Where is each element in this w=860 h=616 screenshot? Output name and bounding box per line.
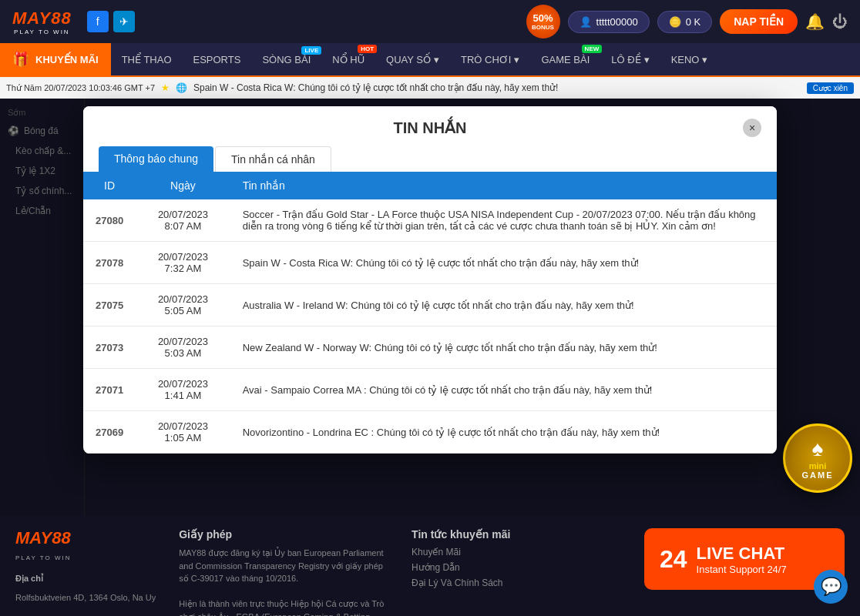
logout-icon[interactable]: ⏻	[832, 13, 848, 31]
gift-icon: 🎁	[12, 51, 29, 68]
nav-lo-de-label: LÔ ĐỀ	[611, 54, 640, 65]
ticker-date: Thứ Năm 20/07/2023 10:03:46 GMT +7	[6, 83, 155, 93]
nav-no-hu-label: NỔ HŨ	[332, 54, 364, 65]
bonus-percent: 50%	[533, 12, 553, 24]
nav-game-bai[interactable]: GAME BÀI NEW	[530, 43, 600, 75]
nav-tro-choi-label: TRÒ CHƠI	[461, 54, 511, 65]
table-row: 27075 20/07/2023 5:05 AM Australia W - I…	[83, 284, 777, 326]
row-id: 27071	[83, 369, 136, 411]
table-header: ID Ngày Tin nhắn	[83, 172, 777, 199]
chat-bubble-icon: 💬	[821, 577, 842, 597]
user-button[interactable]: 👤 ttttt00000	[568, 11, 650, 33]
footer-license-text: MAY88 được đăng ký tại Ủy ban European P…	[179, 547, 388, 616]
logo-text: MAY88	[12, 8, 72, 28]
username: ttttt00000	[596, 16, 638, 28]
footer: MAY88 PLAY TO WIN Địa chỉ Rolfsbuktveien…	[0, 516, 860, 616]
footer-logo: MAY88 PLAY TO WIN Địa chỉ Rolfsbuktveien…	[15, 528, 156, 602]
tin-nhan-modal: TIN NHẮN × Thông báo chung Tin nhắn cá n…	[83, 106, 777, 454]
logo: MAY88 PLAY TO WIN	[12, 8, 72, 35]
facebook-icon[interactable]: f	[87, 11, 109, 32]
nav-gift[interactable]: 🎁 KHUYẾN MÃI	[0, 43, 111, 75]
footer-license-section: Giấy phép MAY88 được đăng ký tại Ủy ban …	[179, 528, 388, 616]
nav-esports-label: ESPORTS	[193, 54, 241, 65]
nav-game-bai-badge: NEW	[582, 45, 603, 53]
row-date: 20/07/2023 7:32 AM	[136, 242, 230, 284]
modal-title: TIN NHẮN	[117, 119, 743, 137]
balance: 0 K	[686, 16, 701, 28]
row-message: Soccer - Trận đấu Gold Star - LA Force t…	[230, 199, 777, 242]
tab-thong-bao-chung[interactable]: Thông báo chung	[99, 146, 213, 172]
footer-license-title: Giấy phép	[179, 528, 388, 541]
row-id: 27075	[83, 284, 136, 326]
minigame-label: mini	[809, 461, 827, 470]
ticker-bar: Thứ Năm 20/07/2023 10:03:46 GMT +7 ★ 🌐 S…	[0, 77, 860, 99]
modal-close-button[interactable]: ×	[743, 119, 761, 137]
ticker-text: Spain W - Costa Rica W: Chúng tôi có tỷ …	[193, 82, 801, 93]
main-area: Sớm ⚽ Bóng đá Kèo chấp &... Tỷ lệ 1X2 Tỷ…	[0, 99, 860, 516]
bonus-badge[interactable]: 50% BONUS	[526, 5, 560, 38]
nav-no-hu[interactable]: NỔ HŨ HOT	[321, 43, 375, 75]
nav-tro-choi-arrow: ▾	[514, 54, 519, 65]
row-date: 20/07/2023 1:05 AM	[136, 411, 230, 454]
nav-esports[interactable]: ESPORTS	[183, 43, 252, 75]
bonus-sub: BONUS	[532, 24, 554, 31]
row-id: 27078	[83, 242, 136, 284]
row-id: 27073	[83, 326, 136, 369]
balance-button[interactable]: 🪙 0 K	[657, 11, 713, 33]
col-tin-nhan: Tin nhắn	[230, 172, 777, 199]
nav-lo-de[interactable]: LÔ ĐỀ ▾	[600, 43, 660, 75]
minigame-badge[interactable]: ♠ mini GAME	[783, 424, 852, 493]
nap-tien-button[interactable]: NAP TIỀN	[720, 9, 798, 34]
footer-logo-text: MAY88	[15, 528, 71, 548]
nav-no-hu-badge: HOT	[358, 45, 377, 53]
nav-game-bai-label: GAME BÀI	[541, 54, 590, 65]
col-ngay: Ngày	[136, 172, 230, 199]
ticker-star-icon: ★	[161, 82, 170, 93]
ticker-cuoc-xien-btn[interactable]: Cược xiên	[807, 82, 854, 94]
footer-address-value: Rolfsbuktveien 4D, 1364 Oslo, Na Uy	[15, 593, 156, 602]
nav-quay-so[interactable]: QUAY SỐ ▾	[375, 43, 450, 75]
footer-news-section: Tin tức khuyến mãi Khuyến Mãi Hướng Dẫn …	[412, 528, 621, 588]
footer-link-dai-ly[interactable]: Đại Lý Và Chính Sách	[412, 578, 621, 588]
telegram-icon[interactable]: ✈	[113, 11, 135, 32]
coin-icon: 🪙	[669, 16, 681, 28]
footer-address-label: Địa chỉ	[15, 574, 43, 584]
footer-link-khuyen-mai[interactable]: Khuyến Mãi	[412, 547, 621, 557]
tab-tin-nhan-ca-nhan[interactable]: Tin nhắn cá nhân	[215, 146, 331, 172]
globe-icon: 🌐	[176, 82, 187, 93]
chat-bubble-button[interactable]: 💬	[814, 570, 848, 604]
livechat-text: LIVE CHAT Instant Support 24/7	[697, 544, 787, 575]
main-nav: 🎁 KHUYẾN MÃI THỂ THAO ESPORTS SÒNG BÀI L…	[0, 43, 860, 77]
minigame-circle: ♠ mini GAME	[783, 424, 852, 493]
row-date: 20/07/2023 1:41 AM	[136, 369, 230, 411]
footer-logo-sub: PLAY TO WIN	[15, 554, 72, 561]
nav-tro-choi[interactable]: TRÒ CHƠI ▾	[450, 43, 530, 75]
user-icon: 👤	[579, 16, 592, 28]
row-date: 20/07/2023 5:03 AM	[136, 326, 230, 369]
nav-gift-label: KHUYẾN MÃI	[35, 54, 99, 65]
livechat-sub: Instant Support 24/7	[697, 564, 787, 575]
footer-news-title: Tin tức khuyến mãi	[412, 528, 621, 541]
messages-tbody: 27080 20/07/2023 8:07 AM Soccer - Trận đ…	[83, 199, 777, 454]
bell-icon[interactable]: 🔔	[805, 12, 825, 31]
row-date: 20/07/2023 5:05 AM	[136, 284, 230, 326]
nav-keno-label: KENO	[671, 54, 700, 65]
messages-table-container[interactable]: ID Ngày Tin nhắn 27080 20/07/2023 8:07 A…	[83, 172, 777, 454]
table-row: 27078 20/07/2023 7:32 AM Spain W - Costa…	[83, 242, 777, 284]
table-row: 27073 20/07/2023 5:03 AM New Zealand W -…	[83, 326, 777, 369]
header-right: 50% BONUS 👤 ttttt00000 🪙 0 K NAP TIỀN 🔔 …	[526, 5, 848, 38]
modal-header: TIN NHẮN ×	[83, 106, 777, 137]
table-row: 27069 20/07/2023 1:05 AM Novorizontino -…	[83, 411, 777, 454]
nav-quay-so-label: QUAY SỐ	[386, 54, 431, 65]
nav-the-thao[interactable]: THỂ THAO	[111, 43, 183, 75]
row-id: 27080	[83, 199, 136, 242]
nav-song-bai-badge: LIVE	[301, 46, 321, 55]
footer-links: Khuyến Mãi Hướng Dẫn Đại Lý Và Chính Sác…	[412, 547, 621, 588]
footer-link-huong-dan[interactable]: Hướng Dẫn	[412, 562, 621, 573]
row-date: 20/07/2023 8:07 AM	[136, 199, 230, 242]
row-id: 27069	[83, 411, 136, 454]
livechat-title: LIVE CHAT	[697, 544, 787, 564]
nav-keno[interactable]: KENO ▾	[660, 43, 719, 75]
ticker-actions: Cược xiên	[807, 82, 854, 94]
nav-song-bai[interactable]: SÒNG BÀI LIVE	[251, 43, 321, 75]
